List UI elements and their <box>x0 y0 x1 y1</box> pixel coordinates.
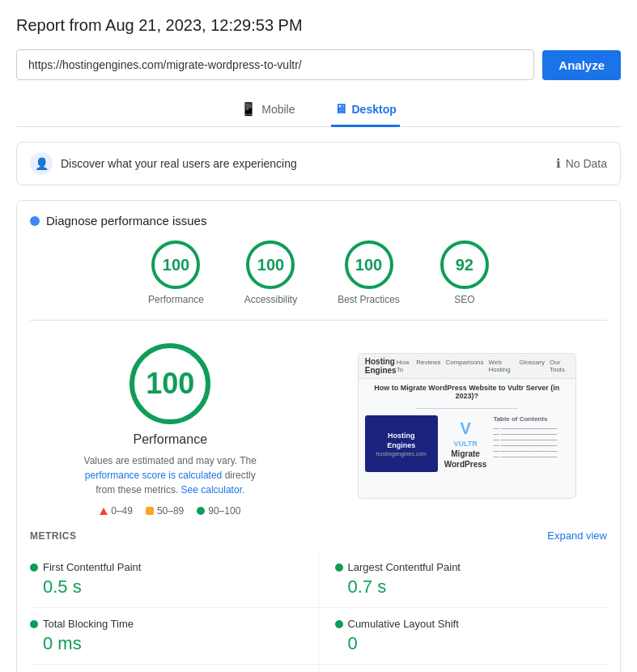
detail-left: 100 Performance Values are estimated and… <box>30 335 311 517</box>
nav-link-webhosting: Web Hosting <box>489 359 515 373</box>
score-best-practices: 100 Best Practices <box>338 240 400 305</box>
metric-cls-label: Cumulative Layout Shift <box>348 618 459 630</box>
tab-desktop-label: Desktop <box>352 103 397 116</box>
analyze-button[interactable]: Analyze <box>542 50 621 80</box>
metric-cls: Cumulative Layout Shift 0 <box>319 608 608 665</box>
score-label-accessibility: Accessibility <box>244 294 297 305</box>
big-score-value: 100 <box>146 367 194 401</box>
metric-fcp-value: 0.5 s <box>43 576 302 598</box>
legend-orange-icon <box>146 507 154 515</box>
preview-migrate-line1: Migrate <box>451 449 480 458</box>
big-score-label: Performance <box>133 432 207 447</box>
banner-left: 👤 Discover what your real users are expe… <box>30 152 297 175</box>
preview-site-url: hostingengines.com <box>376 451 427 457</box>
legend-orange: 50–89 <box>146 505 184 517</box>
preview-body: Hosting Engines hostingengines.com V VUL… <box>365 415 569 472</box>
legend-green: 90–100 <box>197 505 240 517</box>
score-accessibility: 100 Accessibility <box>244 240 297 305</box>
metric-tbt-value: 0 ms <box>43 633 302 654</box>
nav-link-glossary: Glossary <box>519 359 545 373</box>
legend-row: 0–49 50–89 90–100 <box>100 505 240 517</box>
metric-fcp-dot <box>30 564 38 572</box>
metric-tbt-label-row: Total Blocking Time <box>30 618 302 630</box>
preview-banner-img: Hosting Engines hostingengines.com <box>365 415 438 472</box>
diagnose-section: Diagnose performance issues 100 Performa… <box>16 200 621 672</box>
desktop-icon: 🖥 <box>334 102 347 117</box>
metric-tbt-dot <box>30 620 38 628</box>
preview-toc-line1: — —————————— <box>493 425 568 431</box>
metric-cls-dot <box>335 620 343 628</box>
preview-toc-line4: — —————————— <box>493 442 568 448</box>
big-score-circle: 100 <box>130 343 210 424</box>
score-value-best-practices: 100 <box>355 256 382 274</box>
preview-nav-links: How To Reviews Comparisons Web Hosting G… <box>397 359 569 373</box>
note-link[interactable]: performance score is calculated <box>85 470 222 481</box>
legend-orange-label: 50–89 <box>157 505 184 517</box>
preview-banner-line2: Engines <box>387 441 415 449</box>
note-link2[interactable]: See calculator. <box>181 484 245 495</box>
banner-right: ℹ No Data <box>556 156 607 171</box>
score-seo: 92 SEO <box>440 240 489 305</box>
nav-link-howto: How To <box>397 359 412 373</box>
preview-toc-line2: — —————————— <box>493 431 568 436</box>
mobile-icon: 📱 <box>240 101 257 117</box>
note-text: Values are estimated and may vary. The <box>84 455 257 466</box>
score-label-performance: Performance <box>148 294 204 305</box>
metric-lcp-label: Largest Contentful Paint <box>348 561 461 573</box>
banner-text: Discover what your real users are experi… <box>61 157 297 170</box>
metric-lcp-label-row: Largest Contentful Paint <box>335 561 608 573</box>
preview-vultr-label: VULTR <box>453 440 477 448</box>
score-circle-best-practices: 100 <box>345 240 393 289</box>
metrics-header: METRICS Expand view <box>30 530 607 542</box>
preview-toc-line6: — —————————— <box>493 453 568 459</box>
tabs: 📱 Mobile 🖥 Desktop <box>16 95 621 127</box>
score-label-best-practices: Best Practices <box>338 294 400 305</box>
detail-row: 100 Performance Values are estimated and… <box>30 335 607 517</box>
banner-avatar-icon: 👤 <box>30 152 53 175</box>
nav-link-tools: Our Tools <box>550 359 569 373</box>
legend-green-icon <box>197 507 205 515</box>
metrics-section: METRICS Expand view First Contentful Pai… <box>30 530 607 672</box>
score-note: Values are estimated and may vary. The p… <box>81 453 259 497</box>
tab-mobile[interactable]: 📱 Mobile <box>237 95 298 127</box>
metric-fcp-label-row: First Contentful Paint <box>30 561 302 573</box>
banner-no-data: No Data <box>566 157 607 170</box>
metric-tbt: Total Blocking Time 0 ms <box>30 608 319 665</box>
score-circle-seo: 92 <box>440 240 489 289</box>
preview-toc-title: Table of Contents <box>493 415 568 423</box>
tab-desktop[interactable]: 🖥 Desktop <box>331 95 400 127</box>
score-value-seo: 92 <box>456 256 474 274</box>
preview-subheading: —————————————————— <box>365 405 569 410</box>
diagnose-title: Diagnose performance issues <box>30 214 607 228</box>
legend-red-icon <box>100 508 108 515</box>
score-label-seo: SEO <box>454 294 474 305</box>
metric-fcp: First Contentful Paint 0.5 s <box>30 551 319 608</box>
score-circle-accessibility: 100 <box>246 240 295 289</box>
metric-fcp-label: First Contentful Paint <box>43 561 141 573</box>
preview-heading: How to Migrate WordPress Website to Vult… <box>365 384 569 400</box>
score-performance: 100 Performance <box>148 240 204 305</box>
metrics-grid: First Contentful Paint 0.5 s Largest Con… <box>30 551 607 672</box>
preview-toc-line3: — —————————— <box>493 436 568 442</box>
scores-row: 100 Performance 100 Accessibility 100 Be… <box>30 240 607 321</box>
expand-view-button[interactable]: Expand view <box>547 530 607 542</box>
preview-nav: HostingEngines How To Reviews Comparison… <box>359 354 575 379</box>
legend-red-label: 0–49 <box>111 505 133 517</box>
score-circle-performance: 100 <box>151 240 200 289</box>
metric-tbt-label: Total Blocking Time <box>43 618 134 630</box>
metric-lcp-value: 0.7 s <box>348 576 608 598</box>
legend-red: 0–49 <box>100 505 133 517</box>
screenshot-preview: HostingEngines How To Reviews Comparison… <box>358 353 576 499</box>
metric-cls-label-row: Cumulative Layout Shift <box>335 618 608 630</box>
preview-toc: Table of Contents — —————————— — ———————… <box>493 415 568 472</box>
report-title: Report from Aug 21, 2023, 12:29:53 PM <box>16 16 621 35</box>
preview-content: How to Migrate WordPress Website to Vult… <box>359 379 575 498</box>
metric-lcp-dot <box>335 564 343 572</box>
crux-banner: 👤 Discover what your real users are expe… <box>16 142 621 185</box>
metrics-title: METRICS <box>30 530 77 542</box>
nav-link-comparisons: Comparisons <box>445 359 483 373</box>
preview-migrate-line2: WordPress <box>444 460 487 469</box>
url-input[interactable] <box>16 49 534 80</box>
legend-green-label: 90–100 <box>208 505 240 517</box>
detail-right: HostingEngines How To Reviews Comparison… <box>327 335 608 517</box>
